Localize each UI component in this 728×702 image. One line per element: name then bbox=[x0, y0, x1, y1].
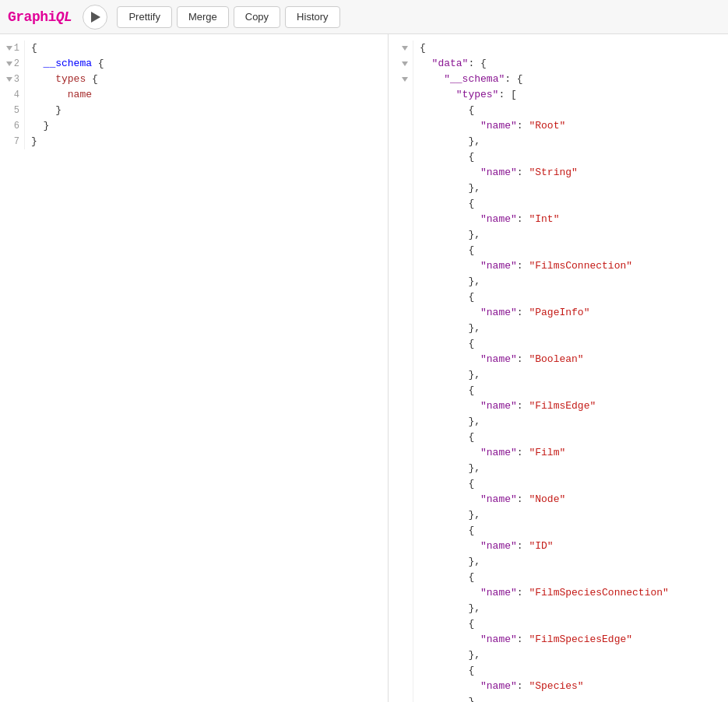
result-line-name-int: "name": "Int" bbox=[420, 212, 722, 227]
result-line-name-filmspeciesedge: "name": "FilmSpeciesEdge" bbox=[420, 632, 722, 648]
result-line-obj-close-9: }, bbox=[420, 507, 722, 523]
collapse-2[interactable] bbox=[6, 61, 12, 66]
editor-line-4: name bbox=[31, 87, 382, 103]
result-line-name-string: "name": "String" bbox=[420, 165, 722, 181]
editor-line-5: } bbox=[31, 103, 382, 118]
collapse-r1[interactable] bbox=[402, 46, 408, 51]
result-line-obj-close-5: }, bbox=[420, 321, 722, 336]
copy-button[interactable]: Copy bbox=[234, 6, 280, 28]
result-line-obj-close-13: }, bbox=[420, 694, 722, 702]
result-line-obj-open-8: { bbox=[420, 430, 722, 445]
editor-line-6: } bbox=[31, 118, 382, 134]
line-num-1: 1 bbox=[5, 40, 19, 56]
collapse-1[interactable] bbox=[6, 46, 12, 51]
line-num-2: 2 bbox=[5, 56, 19, 72]
history-button[interactable]: History bbox=[285, 6, 339, 28]
result-line-types-open: "types": [ bbox=[420, 87, 722, 103]
editor-line-2: __schema { bbox=[31, 56, 382, 72]
result-line-obj-open-11: { bbox=[420, 570, 722, 585]
result-line-obj-open-5: { bbox=[420, 290, 722, 305]
result-line-name-pageinfo: "name": "PageInfo" bbox=[420, 305, 722, 321]
result-line-name-boolean: "name": "Boolean" bbox=[420, 352, 722, 367]
result-line-obj-open-12: { bbox=[420, 616, 722, 632]
editor-line-3: types { bbox=[31, 72, 382, 87]
collapse-r3[interactable] bbox=[402, 77, 408, 82]
result-line-obj-open-9: { bbox=[420, 476, 722, 492]
result-line-name-node: "name": "Node" bbox=[420, 492, 722, 507]
result-collapse-markers bbox=[389, 40, 413, 702]
graphiql-logo: GraphiQL bbox=[8, 9, 72, 25]
result-line-name-filmsedge: "name": "FilmsEdge" bbox=[420, 398, 722, 414]
result-arrow-1 bbox=[393, 40, 408, 56]
editor-panel[interactable]: 1 2 3 4 5 6 bbox=[0, 34, 389, 702]
result-line-obj-close-11: }, bbox=[420, 601, 722, 616]
main-area: 1 2 3 4 5 6 bbox=[0, 34, 728, 702]
result-line-obj-close-2: }, bbox=[420, 181, 722, 196]
result-line-obj-open-6: { bbox=[420, 336, 722, 352]
result-line-obj-open-7: { bbox=[420, 383, 722, 398]
result-line-obj-open-1: { bbox=[420, 103, 722, 118]
result-line-obj-open-2: { bbox=[420, 149, 722, 165]
line-num-3: 3 bbox=[5, 72, 19, 87]
line-numbers: 1 2 3 4 5 6 bbox=[0, 40, 25, 149]
result-line-name-filmspeciesconnection: "name": "FilmSpeciesConnection" bbox=[420, 585, 722, 601]
result-line-data-open: "data": { bbox=[420, 56, 722, 72]
editor-code-area: 1 2 3 4 5 6 bbox=[0, 34, 388, 156]
collapse-3[interactable] bbox=[6, 77, 12, 82]
result-line-obj-close-8: }, bbox=[420, 461, 722, 476]
result-code-area: { "data": { "__schema": { "types": [ { "… bbox=[389, 34, 728, 702]
result-line-obj-close-4: }, bbox=[420, 274, 722, 290]
merge-button[interactable]: Merge bbox=[177, 6, 229, 28]
collapse-r2[interactable] bbox=[402, 61, 408, 66]
prettify-button[interactable]: Prettify bbox=[117, 6, 171, 28]
result-line-name-film: "name": "Film" bbox=[420, 445, 722, 461]
result-line-obj-open-3: { bbox=[420, 196, 722, 212]
result-line-obj-close-7: }, bbox=[420, 414, 722, 430]
result-line-obj-close-10: }, bbox=[420, 554, 722, 570]
result-line-root-open: { bbox=[420, 40, 722, 56]
editor-line-1: { bbox=[31, 40, 382, 56]
result-line-obj-open-4: { bbox=[420, 243, 722, 258]
result-line-obj-close-3: }, bbox=[420, 227, 722, 243]
result-line-obj-close-1: }, bbox=[420, 134, 722, 149]
result-arrow-2 bbox=[393, 56, 408, 72]
line-num-5: 5 bbox=[5, 103, 19, 118]
logo-italic: QL bbox=[56, 9, 72, 25]
toolbar: GraphiQL Prettify Merge Copy History bbox=[0, 0, 728, 34]
result-line-obj-close-12: }, bbox=[420, 648, 722, 663]
result-line-name-id: "name": "ID" bbox=[420, 539, 722, 554]
line-num-7: 7 bbox=[5, 134, 19, 149]
line-num-4: 4 bbox=[5, 87, 19, 103]
result-line-name-species: "name": "Species" bbox=[420, 679, 722, 694]
result-line-obj-open-10: { bbox=[420, 523, 722, 539]
result-line-obj-open-13: { bbox=[420, 663, 722, 679]
run-button[interactable] bbox=[83, 5, 107, 30]
editor-line-7: } bbox=[31, 134, 382, 149]
result-arrow-3 bbox=[393, 72, 408, 87]
result-lines: { "data": { "__schema": { "types": [ { "… bbox=[413, 40, 728, 702]
result-panel: { "data": { "__schema": { "types": [ { "… bbox=[389, 34, 728, 702]
result-line-obj-close-6: }, bbox=[420, 367, 722, 383]
line-num-6: 6 bbox=[5, 118, 19, 134]
result-line-schema-open: "__schema": { bbox=[420, 72, 722, 87]
result-line-name-filmsconnection: "name": "FilmsConnection" bbox=[420, 258, 722, 274]
result-line-name-root: "name": "Root" bbox=[420, 118, 722, 134]
editor-lines: { __schema { types { name } } } bbox=[25, 40, 388, 149]
